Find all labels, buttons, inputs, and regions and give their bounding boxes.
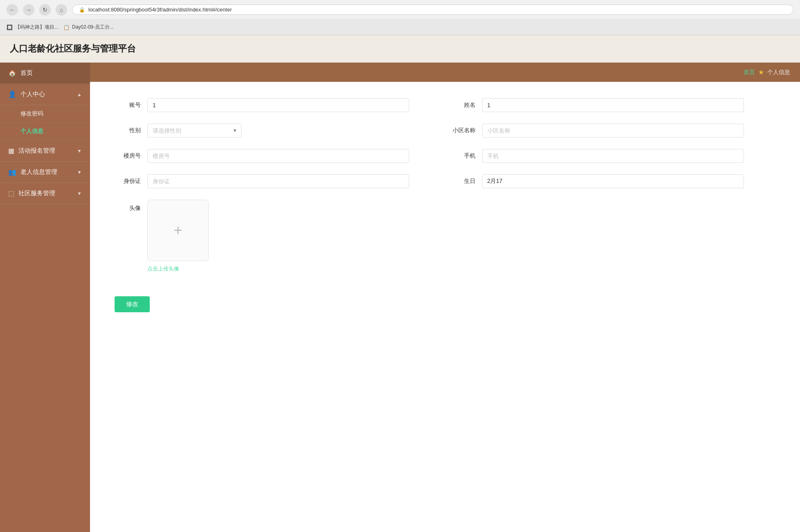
gender-select-wrap: 请选择性别 男 女 ▼: [147, 124, 241, 138]
building-field-group: 楼房号: [115, 149, 441, 163]
avatar-section: + 点击上传头像: [147, 200, 209, 273]
phone-input[interactable]: [482, 149, 744, 163]
name-input[interactable]: [482, 98, 744, 112]
community-name-input[interactable]: [482, 124, 744, 138]
tab2-label: Day02-09-员工分...: [72, 24, 114, 31]
forward-button[interactable]: →: [23, 4, 34, 16]
sidebar-sub-personal-info[interactable]: 个人信息: [0, 123, 90, 140]
breadcrumb-home[interactable]: 首页: [744, 69, 755, 76]
row-idcard-birthday: 身份证 生日: [115, 174, 775, 188]
tab-1[interactable]: 🔲 【码神之路】项目...: [7, 24, 59, 31]
refresh-button[interactable]: ↻: [39, 4, 51, 16]
form-container: 账号 姓名 性别 请选择性别 男 女: [90, 82, 800, 329]
plus-icon: +: [174, 222, 182, 239]
chevron-down-icon-activity: ▼: [77, 148, 82, 154]
home-button[interactable]: ⌂: [56, 4, 67, 16]
row-building-phone: 楼房号 手机: [115, 149, 775, 163]
browser-tabs: 🔲 【码神之路】项目... 📋 Day02-09-员工分...: [0, 20, 800, 35]
app-title: 人口老龄化社区服务与管理平台: [10, 43, 790, 55]
phone-field-group: 手机: [441, 149, 776, 163]
sidebar-community-label: 社区服务管理: [18, 189, 55, 197]
elder-icon: 👥: [8, 168, 16, 176]
lock-icon: 🔒: [79, 7, 85, 13]
sidebar-item-elder[interactable]: 👥 老人信息管理 ▼: [0, 162, 90, 183]
breadcrumb-current: 个人信息: [767, 69, 790, 76]
sidebar-item-activity[interactable]: ▦ 活动报名管理 ▼: [0, 140, 90, 162]
avatar-upload-hint[interactable]: 点击上传头像: [147, 265, 209, 273]
avatar-label: 头像: [115, 200, 147, 212]
birthday-input[interactable]: [482, 174, 744, 188]
building-input[interactable]: [147, 149, 409, 163]
tab1-icon: 🔲: [7, 25, 13, 30]
tab2-icon: 📋: [63, 25, 70, 30]
chevron-down-icon-community: ▼: [77, 191, 82, 196]
idcard-label: 身份证: [115, 178, 147, 185]
sidebar-item-home[interactable]: 🏠 首页: [0, 63, 90, 84]
back-button[interactable]: ←: [7, 4, 18, 16]
url-bar[interactable]: 🔒 localhost:8080/springboot54r3f/admin/d…: [72, 5, 793, 15]
gender-select[interactable]: 请选择性别 男 女: [147, 124, 241, 138]
sidebar-activity-label: 活动报名管理: [18, 147, 55, 155]
star-icon: ★: [758, 68, 764, 76]
app-body: 🏠 首页 👤 个人中心 ▲ 修改密码 个人信息 ▦ 活动报名管理 ▼ 👥 老人信…: [0, 63, 800, 532]
main-header: 首页 ★ 个人信息: [90, 63, 800, 82]
home-icon: 🏠: [8, 69, 16, 77]
account-label: 账号: [115, 101, 147, 109]
main-content: 首页 ★ 个人信息 账号 姓名 性别: [90, 63, 800, 532]
name-label: 姓名: [449, 101, 482, 109]
gender-label: 性别: [115, 127, 147, 134]
idcard-field-group: 身份证: [115, 174, 441, 188]
personal-info-label: 个人信息: [20, 128, 43, 134]
activity-icon: ▦: [8, 147, 14, 155]
birthday-label: 生日: [449, 178, 482, 185]
app-header: 人口老龄化社区服务与管理平台: [0, 35, 800, 63]
sidebar-item-community[interactable]: ⬚ 社区服务管理 ▼: [0, 183, 90, 204]
sidebar-item-personal[interactable]: 👤 个人中心 ▲: [0, 84, 90, 105]
row-account-name: 账号 姓名: [115, 98, 775, 112]
community-name-field-group: 小区名称: [441, 124, 776, 138]
change-password-label: 修改密码: [20, 110, 43, 117]
chevron-down-icon-elder: ▼: [77, 169, 82, 175]
building-label: 楼房号: [115, 152, 147, 160]
row-avatar: 头像 + 点击上传头像: [115, 200, 775, 281]
tab-2[interactable]: 📋 Day02-09-员工分...: [63, 24, 114, 31]
name-field-group: 姓名: [441, 98, 776, 112]
avatar-field-group: 头像 + 点击上传头像: [115, 200, 775, 281]
sidebar-personal-label: 个人中心: [20, 90, 45, 98]
tab1-label: 【码神之路】项目...: [15, 24, 59, 31]
gender-field-group: 性别 请选择性别 男 女 ▼: [115, 124, 441, 138]
community-icon: ⬚: [8, 189, 14, 197]
browser-bar: ← → ↻ ⌂ 🔒 localhost:8080/springboot54r3f…: [0, 0, 800, 20]
url-text: localhost:8080/springboot54r3f/admin/dis…: [88, 7, 232, 13]
avatar-upload-box[interactable]: +: [147, 200, 209, 261]
submit-section: 修改: [115, 292, 775, 312]
submit-button[interactable]: 修改: [115, 296, 150, 312]
sidebar-sub-change-password[interactable]: 修改密码: [0, 105, 90, 123]
sidebar-home-label: 首页: [20, 69, 33, 77]
community-name-label: 小区名称: [449, 127, 482, 134]
birthday-field-group: 生日: [441, 174, 776, 188]
account-field-group: 账号: [115, 98, 441, 112]
person-icon: 👤: [8, 90, 16, 98]
account-input[interactable]: [147, 98, 409, 112]
phone-label: 手机: [449, 152, 482, 160]
row-gender-community: 性别 请选择性别 男 女 ▼ 小区名称: [115, 124, 775, 138]
idcard-input[interactable]: [147, 174, 409, 188]
chevron-up-icon: ▲: [77, 92, 82, 97]
sidebar-elder-label: 老人信息管理: [20, 168, 57, 176]
sidebar: 🏠 首页 👤 个人中心 ▲ 修改密码 个人信息 ▦ 活动报名管理 ▼ 👥 老人信…: [0, 63, 90, 532]
